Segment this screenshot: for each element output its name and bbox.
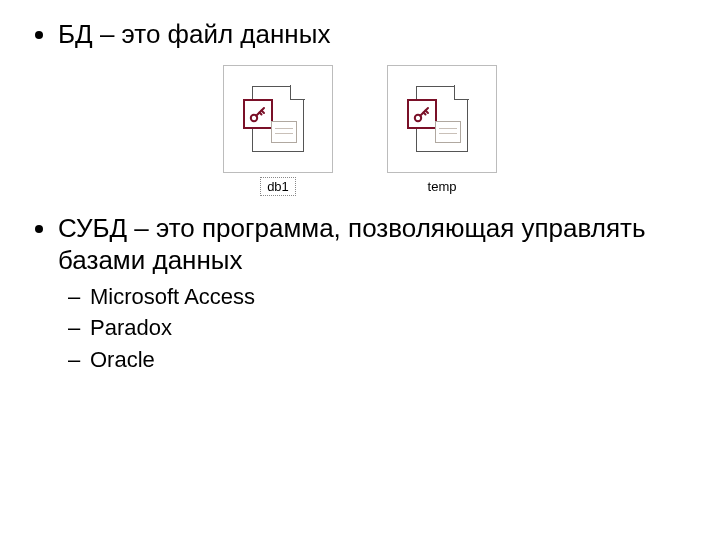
document-icon: [252, 86, 304, 152]
key-icon: [243, 99, 273, 129]
file-label: temp: [421, 177, 464, 196]
key-icon: [407, 99, 437, 129]
bullet-list-level1-continued: СУБД – это программа, позволяющая управл…: [30, 212, 690, 377]
file-icons-row: db1: [30, 65, 690, 196]
bullet-list-level2: Microsoft Access Paradox Oracle: [58, 281, 690, 377]
file-item-temp: temp: [387, 65, 497, 196]
file-label: db1: [260, 177, 296, 196]
slide-content: БД – это файл данных: [0, 0, 720, 392]
subitem-1: Microsoft Access: [90, 281, 690, 313]
file-thumbnail: [223, 65, 333, 173]
file-item-db1: db1: [223, 65, 333, 196]
svg-line-2: [262, 110, 265, 113]
subitem-2: Paradox: [90, 312, 690, 344]
bullet-item-2-text: СУБД – это программа, позволяющая управл…: [58, 213, 645, 276]
bullet-item-1: БД – это файл данных: [58, 18, 690, 51]
file-thumbnail: [387, 65, 497, 173]
bullet-item-2: СУБД – это программа, позволяющая управл…: [58, 212, 690, 377]
svg-line-3: [260, 112, 262, 114]
document-icon: [416, 86, 468, 152]
subitem-3: Oracle: [90, 344, 690, 376]
svg-line-6: [426, 110, 429, 113]
bullet-list-level1: БД – это файл данных: [30, 18, 690, 51]
svg-line-7: [424, 112, 426, 114]
